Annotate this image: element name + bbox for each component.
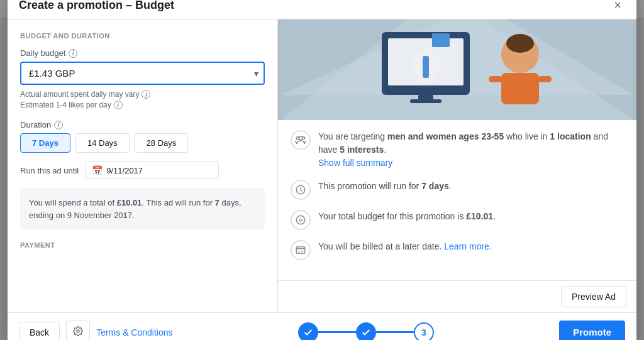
daily-budget-info-icon[interactable]: i [69, 49, 77, 58]
step-1 [298, 322, 318, 341]
duration-28-days[interactable]: 28 Days [135, 133, 189, 153]
footer-left: Back Terms & Conditions [19, 321, 173, 340]
modal-footer: Back Terms & Conditions [8, 312, 636, 340]
run-until-row: Run this ad until 📅 [20, 162, 265, 179]
billing-row: You will be billed at a later date. Lear… [291, 240, 624, 260]
duration-text: This promotion will run for 7 days. [318, 180, 452, 193]
svg-point-17 [302, 137, 305, 140]
duration-14-days[interactable]: 14 Days [75, 133, 130, 153]
calendar-icon: 📅 [92, 165, 103, 175]
run-until-label: Run this ad until [20, 166, 79, 175]
modal-overlay: Create a promotion – Budget × BUDGET AND… [0, 0, 644, 340]
svg-rect-15 [538, 76, 552, 82]
svg-rect-10 [410, 99, 441, 103]
budget-text: Your total budget for this promotion is … [318, 210, 496, 223]
promote-button[interactable]: Promote [559, 321, 625, 340]
svg-rect-14 [489, 76, 502, 82]
hint2-info-icon[interactable]: i [114, 101, 123, 109]
summary-text-1: You will spend a total of [29, 198, 117, 207]
preview-ad-area: Preview Ad [278, 280, 636, 312]
payment-section-label: PAYMENT [20, 241, 265, 255]
summary-bold-2: 7 [215, 198, 219, 207]
date-input-wrapper: 📅 [85, 162, 219, 179]
budget-icon [291, 210, 311, 230]
step-3: 3 [414, 322, 434, 341]
check-icon-2 [361, 327, 371, 337]
terms-conditions-link[interactable]: Terms & Conditions [96, 327, 172, 337]
targeting-icon [291, 130, 311, 150]
gear-icon [73, 326, 83, 336]
svg-rect-9 [418, 95, 433, 100]
duration-icon [291, 180, 311, 200]
step-2 [356, 322, 376, 341]
duration-label: Duration i [20, 120, 265, 129]
summary-bold-1: £10.01 [117, 198, 142, 207]
close-button[interactable]: × [610, 0, 625, 13]
right-panel: You are targeting men and women ages 23-… [278, 19, 636, 312]
summary-box: You will spend a total of £10.01. This a… [20, 188, 265, 230]
billing-icon [291, 240, 311, 260]
show-full-summary-link[interactable]: Show full summary [318, 158, 392, 168]
check-icon-1 [303, 327, 313, 337]
budget-select[interactable]: £1.43 GBP [20, 62, 265, 85]
modal: Create a promotion – Budget × BUDGET AND… [8, 0, 636, 340]
svg-rect-21 [296, 247, 305, 254]
svg-rect-13 [501, 73, 539, 104]
targeting-text: You are targeting men and women ages 23-… [318, 130, 624, 170]
ad-preview-image [278, 19, 636, 120]
duration-section: Duration i 7 Days 14 Days 28 Days [20, 120, 265, 162]
svg-point-12 [506, 34, 534, 53]
step-line-1 [318, 331, 356, 333]
illustration-svg [278, 19, 636, 120]
duration-row: This promotion will run for 7 days. [291, 180, 624, 200]
svg-point-18 [296, 137, 299, 140]
modal-title: Create a promotion – Budget [19, 0, 174, 12]
step-line-2 [376, 331, 414, 333]
svg-rect-5 [432, 33, 450, 47]
modal-body: BUDGET AND DURATION Daily budget i £1.43… [8, 19, 636, 312]
targeting-row: You are targeting men and women ages 23-… [291, 130, 624, 170]
date-input[interactable] [106, 166, 212, 175]
duration-7-days[interactable]: 7 Days [20, 133, 70, 153]
duration-buttons: 7 Days 14 Days 28 Days [20, 133, 265, 153]
hint-estimated-likes: Estimated 1-4 likes per day i [20, 101, 265, 109]
daily-budget-label: Daily budget i [20, 48, 265, 58]
left-panel: BUDGET AND DURATION Daily budget i £1.43… [8, 19, 278, 312]
modal-header: Create a promotion – Budget × [8, 0, 636, 19]
hint-daily-vary: Actual amount spent daily may vary i [20, 90, 265, 99]
section-label-budget: BUDGET AND DURATION [20, 32, 265, 40]
summary-content: You are targeting men and women ages 23-… [278, 120, 636, 280]
budget-row: Your total budget for this promotion is … [291, 210, 624, 230]
hint1-info-icon[interactable]: i [142, 90, 150, 99]
summary-text-2: . This ad will run for [142, 198, 215, 207]
preview-ad-button[interactable]: Preview Ad [561, 286, 626, 307]
duration-info-icon[interactable]: i [54, 121, 63, 129]
svg-point-20 [296, 216, 305, 224]
svg-point-22 [77, 330, 79, 332]
learn-more-link[interactable]: Learn more. [444, 241, 491, 251]
billing-text: You will be billed at a later date. Lear… [318, 240, 492, 253]
gear-button[interactable] [66, 321, 90, 340]
back-button[interactable]: Back [19, 322, 60, 341]
steps-container: 3 [298, 322, 434, 341]
budget-select-wrapper: £1.43 GBP ▾ [20, 62, 265, 85]
